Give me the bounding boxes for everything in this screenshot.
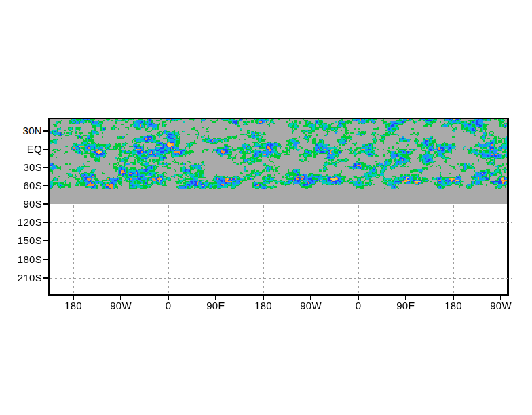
y-axis-tick-label: 120S: [4, 217, 42, 228]
x-axis-tick-label: 180: [242, 300, 285, 311]
vertical-gridline: [121, 205, 121, 294]
vertical-gridline: [73, 205, 74, 294]
horizontal-gridline: [50, 222, 512, 223]
y-axis-tick-label: 180S: [4, 254, 42, 265]
y-axis-tick: [43, 277, 48, 279]
x-axis-tick-label: 90W: [99, 300, 142, 311]
vertical-gridline: [216, 205, 216, 294]
y-axis-tick-label: 30N: [4, 125, 42, 136]
y-axis-tick: [43, 167, 48, 168]
y-axis-tick-label: 90S: [4, 199, 42, 210]
x-axis-line: [48, 294, 509, 296]
y-axis-tick-label: 210S: [4, 273, 42, 283]
y-axis-tick: [43, 240, 48, 241]
vertical-gridline: [406, 205, 406, 294]
x-axis-tick-label: 90W: [479, 300, 522, 311]
horizontal-gridline: [50, 260, 512, 260]
x-axis-tick-label: 180: [432, 300, 475, 311]
shaded-field-canvas: [50, 119, 509, 204]
horizontal-gridline: [50, 241, 512, 241]
plot-frame-top-border: [48, 118, 509, 119]
x-axis-tick-label: 0: [337, 300, 380, 311]
x-axis-tick-label: 180: [52, 300, 95, 311]
y-axis-tick-label: 60S: [4, 180, 42, 191]
y-axis-tick: [43, 222, 48, 223]
plot-frame-right-border: [507, 118, 509, 296]
y-axis-tick: [43, 149, 48, 150]
vertical-gridline: [453, 205, 454, 294]
y-axis-line: [48, 118, 50, 296]
vertical-gridline: [311, 205, 311, 294]
y-axis-tick: [43, 130, 48, 132]
grads-plot-figure: 30NEQ30S60S90S120S150S180S210S18090W090E…: [0, 0, 532, 415]
x-axis-tick-label: 90W: [289, 300, 332, 311]
y-axis-tick-label: EQ: [4, 144, 42, 155]
x-axis-tick-label: 90E: [384, 300, 428, 311]
x-axis-tick-label: 90E: [194, 300, 238, 311]
y-axis-tick: [43, 185, 48, 186]
y-axis-tick-label: 150S: [4, 235, 42, 246]
vertical-gridline: [358, 205, 359, 294]
vertical-gridline: [263, 205, 264, 294]
y-axis-tick: [43, 259, 48, 260]
y-axis-tick-label: 30S: [4, 162, 42, 173]
vertical-gridline: [501, 205, 501, 294]
y-axis-tick: [43, 203, 48, 205]
horizontal-gridline: [50, 278, 512, 279]
vertical-gridline: [168, 205, 169, 294]
x-axis-tick-label: 0: [147, 300, 190, 311]
